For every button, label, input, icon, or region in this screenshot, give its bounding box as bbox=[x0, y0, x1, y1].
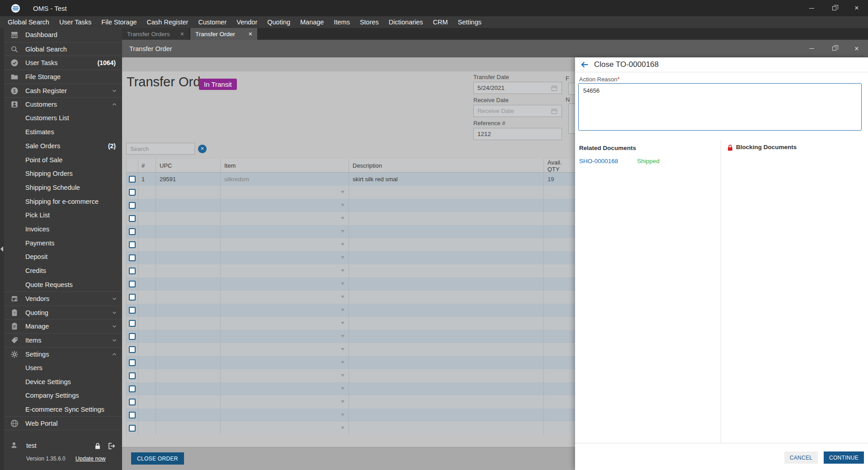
row-checkbox[interactable] bbox=[129, 189, 136, 196]
table-row[interactable] bbox=[127, 395, 575, 409]
table-row[interactable] bbox=[127, 186, 575, 199]
sidebar-item-user-tasks[interactable]: User Tasks(1064) bbox=[4, 56, 122, 70]
item-dropdown-arrow[interactable] bbox=[341, 230, 344, 233]
sidebar-item-company-settings[interactable]: Company Settings bbox=[4, 389, 122, 403]
row-checkbox[interactable] bbox=[129, 176, 136, 183]
table-row[interactable] bbox=[127, 199, 575, 212]
close-button[interactable]: × bbox=[845, 0, 868, 16]
item-dropdown-arrow[interactable] bbox=[341, 269, 344, 272]
restore-button[interactable] bbox=[823, 0, 845, 16]
table-row[interactable] bbox=[127, 409, 575, 422]
sidebar-item-invoices[interactable]: Invoices bbox=[4, 222, 122, 236]
sidebar-item-device-settings[interactable]: Device Settings bbox=[4, 375, 122, 389]
table-row[interactable] bbox=[127, 382, 575, 395]
sidebar-item-manage[interactable]: Manage bbox=[4, 319, 122, 333]
minimize-button[interactable] bbox=[800, 0, 823, 16]
item-dropdown-arrow[interactable] bbox=[341, 217, 344, 220]
row-checkbox[interactable] bbox=[129, 281, 136, 287]
sidebar-item-shipping-orders[interactable]: Shipping Orders bbox=[4, 167, 122, 181]
item-dropdown-arrow[interactable] bbox=[341, 296, 344, 298]
menu-item-global-search[interactable]: Global Search bbox=[3, 17, 54, 28]
menu-item-customer[interactable]: Customer bbox=[193, 17, 231, 28]
row-checkbox[interactable] bbox=[129, 241, 136, 248]
close-order-button[interactable]: CLOSE ORDER bbox=[131, 452, 184, 465]
inner-close-button[interactable]: × bbox=[845, 40, 868, 57]
table-row[interactable] bbox=[127, 343, 575, 356]
row-checkbox[interactable] bbox=[129, 333, 136, 340]
menu-item-crm[interactable]: CRM bbox=[428, 17, 453, 28]
item-dropdown-arrow[interactable] bbox=[341, 387, 344, 390]
table-row[interactable] bbox=[127, 304, 575, 317]
item-dropdown-arrow[interactable] bbox=[341, 414, 344, 416]
menu-item-vendor[interactable]: Vendor bbox=[231, 17, 262, 28]
item-dropdown-arrow[interactable] bbox=[341, 335, 344, 338]
table-row[interactable] bbox=[127, 369, 575, 382]
row-checkbox[interactable] bbox=[129, 320, 136, 327]
row-checkbox[interactable] bbox=[129, 254, 136, 261]
action-reason-textarea[interactable]: 54656 bbox=[578, 83, 862, 131]
sidebar-item-sale-orders[interactable]: Sale Orders(2) bbox=[4, 139, 122, 153]
sidebar-item-pick-list[interactable]: Pick List bbox=[4, 208, 122, 222]
menu-item-items[interactable]: Items bbox=[329, 17, 354, 28]
receive-date-input[interactable]: Receive Date bbox=[473, 105, 562, 117]
menu-item-quoting[interactable]: Quoting bbox=[262, 17, 295, 28]
tab-close-icon[interactable]: × bbox=[249, 31, 252, 37]
table-row[interactable] bbox=[127, 225, 575, 238]
item-dropdown-arrow[interactable] bbox=[341, 374, 344, 377]
menu-item-cash-register[interactable]: Cash Register bbox=[142, 17, 193, 28]
table-row[interactable] bbox=[127, 317, 575, 330]
clear-search-icon[interactable]: × bbox=[198, 145, 207, 153]
row-checkbox[interactable] bbox=[129, 307, 136, 314]
table-row[interactable] bbox=[127, 212, 575, 225]
sidebar-item-global-search[interactable]: Global Search bbox=[4, 42, 122, 56]
tab-close-icon[interactable]: × bbox=[180, 31, 184, 37]
sidebar-item-settings[interactable]: Settings bbox=[4, 347, 122, 361]
inner-restore-button[interactable] bbox=[823, 40, 845, 57]
menu-item-stores[interactable]: Stores bbox=[355, 17, 384, 28]
sidebar-item-credits[interactable]: Credits bbox=[4, 264, 122, 278]
item-dropdown-arrow[interactable] bbox=[341, 282, 344, 285]
item-dropdown-arrow[interactable] bbox=[341, 348, 344, 351]
sidebar-item-customers[interactable]: Customers bbox=[4, 97, 122, 111]
table-row[interactable] bbox=[127, 277, 575, 291]
sidebar-item-cash-register[interactable]: $Cash Register bbox=[4, 84, 122, 98]
item-dropdown-arrow[interactable] bbox=[341, 309, 344, 311]
table-row[interactable] bbox=[127, 422, 575, 435]
back-arrow-icon[interactable] bbox=[580, 60, 589, 69]
sidebar-item-customers-list[interactable]: Customers List bbox=[4, 111, 122, 125]
row-checkbox[interactable] bbox=[129, 346, 136, 353]
row-checkbox[interactable] bbox=[129, 228, 136, 235]
menu-item-dictionaries[interactable]: Dictionaries bbox=[384, 17, 428, 28]
table-row[interactable] bbox=[127, 264, 575, 277]
item-dropdown-arrow[interactable] bbox=[341, 322, 344, 324]
sidebar-item-shipping-schedule[interactable]: Shipping Schedule bbox=[4, 181, 122, 195]
item-dropdown-arrow[interactable] bbox=[341, 243, 344, 246]
row-checkbox[interactable] bbox=[129, 202, 136, 209]
item-dropdown-arrow[interactable] bbox=[341, 191, 344, 193]
sidebar-item-shipping-for-e-commerce[interactable]: Shipping for e-commerce bbox=[4, 194, 122, 208]
row-checkbox[interactable] bbox=[129, 399, 136, 405]
update-now-link[interactable]: Update now bbox=[75, 456, 106, 462]
transfer-date-input[interactable]: 5/24/2021 bbox=[473, 82, 562, 94]
sidebar-item-estimates[interactable]: Estimates bbox=[4, 125, 122, 139]
row-checkbox[interactable] bbox=[129, 425, 136, 432]
menu-item-manage[interactable]: Manage bbox=[295, 17, 329, 28]
sidebar-item-quote-requests[interactable]: Quote Requests bbox=[4, 277, 122, 291]
row-checkbox[interactable] bbox=[129, 385, 136, 392]
continue-button[interactable]: CONTINUE bbox=[824, 451, 864, 464]
row-checkbox[interactable] bbox=[129, 359, 136, 366]
sidebar-collapse-arrow[interactable] bbox=[0, 246, 3, 252]
item-dropdown-arrow[interactable] bbox=[341, 427, 344, 429]
item-dropdown-arrow[interactable] bbox=[341, 204, 344, 207]
sidebar-item-payments[interactable]: Payments bbox=[4, 236, 122, 250]
inner-minimize-button[interactable] bbox=[800, 40, 823, 57]
sidebar-item-users[interactable]: Users bbox=[4, 361, 122, 375]
table-row[interactable]: 129591silkredsmskirt silk red smal19 bbox=[127, 173, 575, 186]
sidebar-item-e-commerce-sync-settings[interactable]: E-commerce Sync Settings bbox=[4, 403, 122, 417]
item-dropdown-arrow[interactable] bbox=[341, 400, 344, 403]
sidebar-item-web-portal[interactable]: Web Portal bbox=[4, 416, 122, 430]
item-dropdown-arrow[interactable] bbox=[341, 361, 344, 364]
sidebar-item-dashboard[interactable]: Dashboard bbox=[4, 28, 122, 42]
tab-transfer-order[interactable]: Transfer Order× bbox=[190, 28, 257, 40]
table-row[interactable] bbox=[127, 238, 575, 251]
